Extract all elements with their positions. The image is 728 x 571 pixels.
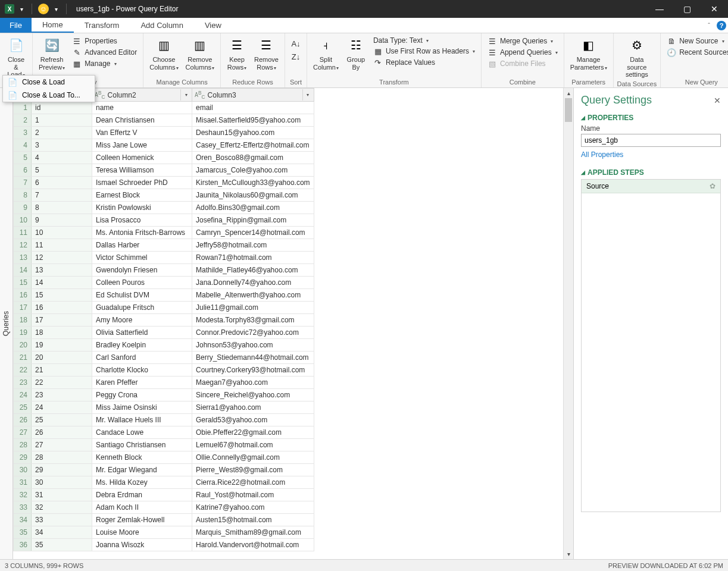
- window-close-button[interactable]: ✕: [701, 0, 728, 18]
- cell-column3[interactable]: Raul_Yost@hotmail.com: [192, 489, 314, 501]
- cell-column2[interactable]: Dean Christiansen: [92, 114, 192, 127]
- cell-column2[interactable]: Louise Moore: [92, 526, 192, 539]
- row-number-cell[interactable]: 11: [14, 227, 32, 239]
- cell-column3[interactable]: Berry_Stiedemann44@hotmail.com: [192, 352, 314, 364]
- table-row[interactable]: 1615Ed Schulist DVMMabelle_Altenwerth@ya…: [14, 289, 314, 302]
- close-pane-icon[interactable]: ✕: [714, 96, 721, 105]
- qat-dropdown-2[interactable]: ▾: [52, 6, 60, 12]
- row-number-cell[interactable]: 4: [14, 139, 32, 152]
- cell-column3[interactable]: Connor.Predovic72@yahoo.com: [192, 327, 314, 339]
- row-number-cell[interactable]: 9: [14, 202, 32, 214]
- data-source-settings-button[interactable]: ⚙Data source settings: [617, 34, 657, 80]
- use-first-row-headers-button[interactable]: ▦Use First Row as Headers▾: [371, 46, 477, 57]
- cell-column3[interactable]: Ollie.Connelly@gmail.com: [192, 451, 314, 464]
- cell-column2[interactable]: Ed Schulist DVM: [92, 289, 192, 302]
- cell-column1[interactable]: 1: [32, 114, 92, 127]
- row-number-cell[interactable]: 33: [14, 501, 32, 514]
- cell-column2[interactable]: Candace Lowe: [92, 426, 192, 439]
- cell-column2[interactable]: Debra Erdman: [92, 489, 192, 501]
- tab-view[interactable]: View: [194, 18, 232, 33]
- table-row[interactable]: 3130Ms. Hilda KozeyCierra.Rice22@hotmail…: [14, 476, 314, 489]
- cell-column1[interactable]: 2: [32, 127, 92, 139]
- row-number-cell[interactable]: 20: [14, 339, 32, 352]
- cell-column3[interactable]: Mathilde_Flatley46@yahoo.com: [192, 264, 314, 277]
- cell-column1[interactable]: 11: [32, 239, 92, 252]
- cell-column3[interactable]: Lemuel67@hotmail.com: [192, 439, 314, 451]
- cell-column3[interactable]: Oren_Bosco88@gmail.com: [192, 152, 314, 164]
- cell-column1[interactable]: 30: [32, 476, 92, 489]
- table-row[interactable]: 1514Colleen PourosJana.Donnelly74@yahoo.…: [14, 277, 314, 289]
- cell-column1[interactable]: 9: [32, 214, 92, 227]
- cell-column3[interactable]: Katrine7@yahoo.com: [192, 501, 314, 514]
- row-number-cell[interactable]: 10: [14, 214, 32, 227]
- table-row[interactable]: 43Miss Jane LoweCasey_Effertz-Effertz@ho…: [14, 139, 314, 152]
- split-column-button[interactable]: ⫞Split Column▾: [311, 34, 341, 72]
- table-row[interactable]: 98Kristin PowlowskiAdolfo.Bins30@gmail.c…: [14, 202, 314, 214]
- table-row[interactable]: 2120Carl SanfordBerry_Stiedemann44@hotma…: [14, 352, 314, 364]
- cell-column2[interactable]: Kristin Powlowski: [92, 202, 192, 214]
- properties-button[interactable]: ☰Properties: [70, 36, 139, 46]
- scroll-thumb[interactable]: [565, 98, 572, 122]
- table-row[interactable]: 1413Gwendolyn FriesenMathilde_Flatley46@…: [14, 264, 314, 277]
- row-number-cell[interactable]: 28: [14, 439, 32, 451]
- cell-column3[interactable]: Pierre_West89@gmail.com: [192, 464, 314, 476]
- cell-column3[interactable]: Cierra.Rice22@hotmail.com: [192, 476, 314, 489]
- table-row[interactable]: 54Colleen HomenickOren_Bosco88@gmail.com: [14, 152, 314, 164]
- cell-column3[interactable]: Jana.Donnelly74@yahoo.com: [192, 277, 314, 289]
- cell-column1[interactable]: 23: [32, 389, 92, 401]
- row-number-cell[interactable]: 15: [14, 277, 32, 289]
- cell-column1[interactable]: 26: [32, 426, 92, 439]
- column-header-3[interactable]: ABCColumn3▾: [192, 89, 314, 102]
- row-number-cell[interactable]: 36: [14, 539, 32, 551]
- table-row[interactable]: 1idnameemail: [14, 102, 314, 114]
- row-number-cell[interactable]: 12: [14, 239, 32, 252]
- cell-column2[interactable]: Carl Sanford: [92, 352, 192, 364]
- cell-column1[interactable]: 16: [32, 302, 92, 314]
- table-row[interactable]: 2019Bradley KoelpinJohnson53@yahoo.com: [14, 339, 314, 352]
- query-name-input[interactable]: [581, 134, 721, 147]
- all-properties-link[interactable]: All Properties: [581, 150, 623, 159]
- table-row[interactable]: 87Earnest BlockJaunita_Nikolaus60@gmail.…: [14, 189, 314, 202]
- cell-column1[interactable]: 35: [32, 539, 92, 551]
- choose-columns-button[interactable]: ▥Choose Columns▾: [147, 34, 180, 72]
- cell-column3[interactable]: Josefina_Rippin@gmail.com: [192, 214, 314, 227]
- table-row[interactable]: 2928Kenneth BlockOllie.Connelly@gmail.co…: [14, 451, 314, 464]
- row-number-cell[interactable]: 6: [14, 164, 32, 177]
- cell-column1[interactable]: 33: [32, 514, 92, 526]
- close-and-load-button[interactable]: 📄 Close & Load▾: [4, 34, 29, 80]
- cell-column3[interactable]: email: [192, 102, 314, 114]
- cell-column3[interactable]: Obie.Pfeffer22@gmail.com: [192, 426, 314, 439]
- maximize-button[interactable]: ▢: [673, 0, 701, 18]
- cell-column2[interactable]: Olivia Satterfield: [92, 327, 192, 339]
- row-number-cell[interactable]: 13: [14, 252, 32, 264]
- cell-column2[interactable]: Van Effertz V: [92, 127, 192, 139]
- row-number-cell[interactable]: 21: [14, 352, 32, 364]
- cell-column2[interactable]: Victor Schimmel: [92, 252, 192, 264]
- cell-column3[interactable]: Gerald53@yahoo.com: [192, 414, 314, 426]
- cell-column3[interactable]: Misael.Satterfield95@yahoo.com: [192, 114, 314, 127]
- table-row[interactable]: 1716Guadalupe FritschJulie11@gmail.com: [14, 302, 314, 314]
- keep-rows-button[interactable]: ☰Keep Rows▾: [224, 34, 249, 72]
- table-row[interactable]: 109Lisa ProsaccoJosefina_Rippin@gmail.co…: [14, 214, 314, 227]
- table-row[interactable]: 2524Miss Jaime OsinskiSierra1@yahoo.com: [14, 401, 314, 414]
- cell-column1[interactable]: 8: [32, 202, 92, 214]
- cell-column1[interactable]: id: [32, 102, 92, 114]
- cell-column3[interactable]: Modesta.Torphy83@gmail.com: [192, 314, 314, 327]
- tab-add-column[interactable]: Add Column: [130, 18, 194, 33]
- replace-values-button[interactable]: ↷Replace Values: [371, 57, 477, 68]
- table-row[interactable]: 1918Olivia SatterfieldConnor.Predovic72@…: [14, 327, 314, 339]
- table-row[interactable]: 2322Karen PfefferMaegan7@yahoo.com: [14, 377, 314, 389]
- cell-column3[interactable]: Adolfo.Bins30@gmail.com: [192, 202, 314, 214]
- cell-column2[interactable]: Colleen Pouros: [92, 277, 192, 289]
- cell-column2[interactable]: Miss Jaime Osinski: [92, 401, 192, 414]
- row-number-cell[interactable]: 26: [14, 414, 32, 426]
- cell-column1[interactable]: 3: [32, 139, 92, 152]
- cell-column2[interactable]: Karen Pfeffer: [92, 377, 192, 389]
- cell-column3[interactable]: Rowan71@hotmail.com: [192, 252, 314, 264]
- row-number-cell[interactable]: 23: [14, 377, 32, 389]
- cell-column3[interactable]: Julie11@gmail.com: [192, 302, 314, 314]
- cell-column1[interactable]: 32: [32, 501, 92, 514]
- row-number-cell[interactable]: 34: [14, 514, 32, 526]
- gear-icon[interactable]: ✿: [710, 182, 715, 190]
- cell-column1[interactable]: 17: [32, 314, 92, 327]
